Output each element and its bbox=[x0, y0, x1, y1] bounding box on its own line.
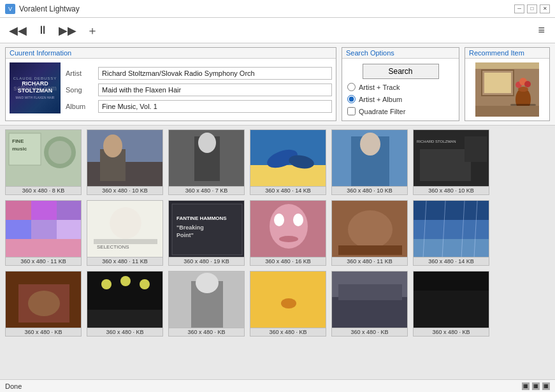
grid-row-1: 360 x 480 · 11 KBSELECTIONS360 x 480 · 1… bbox=[5, 200, 550, 266]
recommend-img-inner bbox=[475, 62, 539, 117]
thumbnail-label: 360 x 480 · 10 KB bbox=[87, 187, 163, 195]
list-item[interactable]: RICHARD STOLZMAN360 x 480 · 10 KB bbox=[413, 129, 489, 195]
menu-button[interactable]: ≡ bbox=[534, 22, 549, 38]
thumbnail-image: SELECTIONS bbox=[87, 200, 163, 258]
list-item[interactable]: 360 x 480 · 16 KB bbox=[250, 200, 326, 266]
recommend-svg bbox=[475, 62, 539, 117]
svg-point-16 bbox=[48, 141, 71, 164]
thumbnail-label: 360 x 480 · KB bbox=[331, 328, 408, 337]
artist-album-option[interactable]: Artist + Album bbox=[347, 95, 454, 103]
close-button[interactable]: ✕ bbox=[540, 4, 550, 13]
quadrate-checkbox[interactable] bbox=[347, 107, 356, 115]
thumbnail-label: 360 x 480 · 11 KB bbox=[5, 258, 82, 266]
thumbnail-label: 360 x 480 · 19 KB bbox=[168, 258, 245, 266]
list-item[interactable]: SELECTIONS360 x 480 · 11 KB bbox=[87, 200, 163, 266]
svg-rect-32 bbox=[420, 149, 471, 181]
svg-rect-44 bbox=[94, 239, 157, 244]
svg-rect-36 bbox=[6, 201, 31, 220]
svg-rect-3 bbox=[484, 73, 511, 93]
artist-track-label: Artist + Track bbox=[359, 83, 400, 91]
svg-point-69 bbox=[28, 291, 60, 316]
minimize-button[interactable]: ─ bbox=[514, 4, 524, 13]
artist-track-radio[interactable] bbox=[347, 83, 356, 91]
thumbnail-image bbox=[331, 200, 408, 258]
list-item[interactable]: 360 x 480 · KB bbox=[331, 271, 408, 337]
artist-album-label: Artist + Album bbox=[359, 96, 402, 103]
list-item[interactable]: 360 x 480 · 11 KB bbox=[331, 200, 408, 266]
thumbnail-image: FANTINE HAMMONS"BreakingPoint" bbox=[168, 200, 245, 258]
svg-rect-40 bbox=[31, 220, 57, 239]
svg-point-55 bbox=[279, 236, 298, 242]
svg-rect-71 bbox=[87, 310, 163, 328]
toolbar: ◀◀ ⏸ ▶▶ ＋ ≡ bbox=[0, 18, 555, 43]
list-item[interactable]: 360 x 480 · KB bbox=[168, 271, 245, 337]
svg-rect-25 bbox=[250, 165, 326, 187]
thumbnail-image: RICHARD STOLZMAN bbox=[413, 129, 489, 187]
list-item[interactable]: 360 x 480 · 11 KB bbox=[5, 200, 82, 266]
list-item[interactable]: 360 x 480 · KB bbox=[5, 271, 82, 337]
add-button[interactable]: ＋ bbox=[84, 22, 101, 40]
thumbnail-image bbox=[87, 271, 163, 328]
artist-track-option[interactable]: Artist + Track bbox=[347, 83, 454, 91]
artist-label: Artist bbox=[66, 69, 94, 77]
thumbnail-image: FINEmusic bbox=[5, 129, 82, 187]
album-row: Album bbox=[66, 100, 332, 113]
list-item[interactable]: 360 x 480 · 7 KB bbox=[168, 129, 245, 195]
svg-point-30 bbox=[360, 133, 380, 156]
artist-field[interactable] bbox=[98, 67, 332, 80]
status-bar: Done ▦ ▦ ▦ bbox=[0, 379, 555, 392]
status-icon-1: ▦ bbox=[522, 382, 530, 390]
info-fields: Artist Song Album bbox=[66, 62, 332, 117]
song-field[interactable] bbox=[98, 83, 332, 96]
list-item[interactable]: FANTINE HAMMONS"BreakingPoint"360 x 480 … bbox=[168, 200, 245, 266]
svg-text:RICHARD STOLZMAN: RICHARD STOLZMAN bbox=[417, 140, 456, 143]
list-item[interactable]: 360 x 480 · KB bbox=[413, 271, 489, 337]
restore-button[interactable]: □ bbox=[527, 4, 537, 13]
thumbnail-image bbox=[87, 129, 163, 187]
list-item[interactable]: 360 x 480 · KB bbox=[250, 271, 326, 337]
thumbnail-image bbox=[331, 129, 408, 187]
svg-rect-9 bbox=[475, 106, 539, 117]
app-icon: V bbox=[5, 4, 15, 14]
album-field[interactable] bbox=[98, 100, 332, 113]
list-item[interactable]: 360 x 480 · 14 KB bbox=[413, 200, 489, 266]
thumbnail-label: 360 x 480 · 14 KB bbox=[413, 258, 489, 266]
album-thumbnail: CLAUDE DEBUSSY RICHARD STOLTZMAN MAID WI… bbox=[10, 62, 61, 113]
list-item[interactable]: FINEmusic360 x 480 · 8 KB bbox=[5, 129, 82, 195]
album-thumb-bg: CLAUDE DEBUSSY RICHARD STOLTZMAN MAID WI… bbox=[10, 62, 61, 113]
song-row: Song bbox=[66, 83, 332, 96]
artist-album-radio[interactable] bbox=[347, 95, 356, 103]
search-button[interactable]: Search bbox=[363, 64, 439, 79]
list-item[interactable]: 360 x 480 · 10 KB bbox=[331, 129, 408, 195]
svg-rect-38 bbox=[57, 201, 82, 220]
svg-rect-83 bbox=[332, 297, 408, 328]
window-title: Voralent Lightway bbox=[19, 4, 80, 13]
svg-point-8 bbox=[524, 81, 531, 87]
next-button[interactable]: ▶▶ bbox=[56, 22, 79, 39]
prev-button[interactable]: ◀◀ bbox=[6, 22, 29, 39]
thumbnail-label: 360 x 480 · 8 KB bbox=[5, 187, 82, 195]
album-line3: STOLTZMAN bbox=[18, 87, 53, 94]
svg-text:Point": Point" bbox=[177, 232, 194, 238]
svg-rect-86 bbox=[414, 291, 489, 328]
thumbnail-image bbox=[168, 271, 245, 328]
svg-point-23 bbox=[198, 133, 216, 153]
image-grid: FINEmusic360 x 480 · 8 KB360 x 480 · 10 … bbox=[0, 126, 555, 379]
thumbnail-label: 360 x 480 · 14 KB bbox=[250, 187, 326, 195]
grid-row-2: 360 x 480 · KB360 x 480 · KB360 x 480 · … bbox=[5, 271, 550, 337]
svg-text:music: music bbox=[12, 146, 27, 152]
thumbnail-label: 360 x 480 · KB bbox=[87, 328, 163, 337]
svg-point-57 bbox=[348, 210, 393, 249]
svg-rect-39 bbox=[6, 220, 31, 239]
list-item[interactable]: 360 x 480 · 14 KB bbox=[250, 129, 326, 195]
quadrate-filter-option[interactable]: Quadrate Filter bbox=[347, 107, 454, 115]
pause-button[interactable]: ⏸ bbox=[34, 22, 51, 38]
svg-point-74 bbox=[140, 279, 150, 289]
list-item[interactable]: 360 x 480 · KB bbox=[87, 271, 163, 337]
svg-rect-84 bbox=[338, 284, 402, 300]
svg-text:SELECTIONS: SELECTIONS bbox=[97, 244, 129, 250]
album-label: Album bbox=[66, 103, 94, 110]
list-item[interactable]: 360 x 480 · 10 KB bbox=[87, 129, 163, 195]
status-icon-3: ▦ bbox=[542, 382, 550, 390]
thumbnail-label: 360 x 480 · 16 KB bbox=[250, 258, 326, 266]
